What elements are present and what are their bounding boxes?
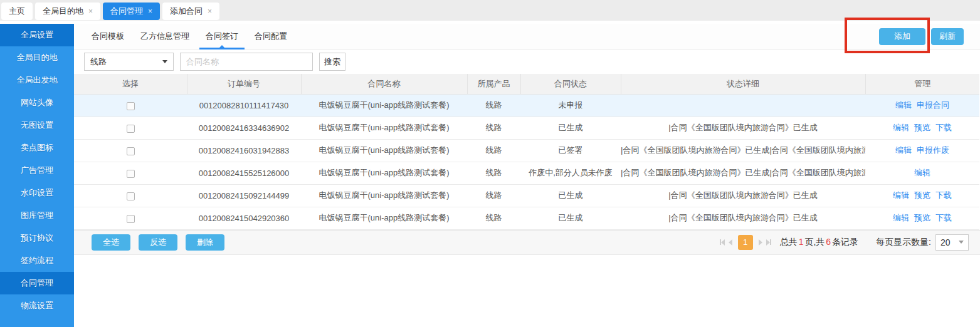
table-row: 00120082810111417430电饭锅豆腐干(uni-app线路测试套餐… xyxy=(74,94,979,117)
contracts-table: 选择订单编号合同名称所属产品合同状态状态详细管理 001200828101114… xyxy=(74,74,979,230)
status-detail: |合同《全国版团队境内旅游合同》已生成|合同《全国版团队境内旅游合同》已生成 xyxy=(621,162,865,184)
subtab-label: 合同模板 xyxy=(92,31,124,42)
column-header: 合同状态 xyxy=(520,74,621,94)
row-checkbox[interactable] xyxy=(127,102,135,110)
close-icon[interactable]: × xyxy=(148,8,152,15)
edit-link[interactable]: 编辑 xyxy=(893,190,909,200)
sidebar: 全局设置全局目的地全局出发地网站头像无图设置卖点图标广告管理水印设置图库管理预订… xyxy=(0,24,74,327)
declare-contract-link[interactable]: 申报合同 xyxy=(917,100,949,110)
subtab[interactable]: 合同签订 xyxy=(198,24,246,49)
row-checkbox[interactable] xyxy=(127,125,135,133)
download-link[interactable]: 下载 xyxy=(935,123,952,132)
search-button[interactable]: 搜索 xyxy=(319,53,345,71)
table-header-row: 选择订单编号合同名称所属产品合同状态状态详细管理 xyxy=(74,74,979,94)
contract-status: 已签署 xyxy=(520,139,621,162)
subtab[interactable]: 乙方信息管理 xyxy=(132,24,198,49)
sidebar-item[interactable]: 预订协议 xyxy=(0,227,74,249)
sidebar-item[interactable]: 广告管理 xyxy=(0,159,74,182)
contract-name: 电饭锅豆腐干(uni-app线路测试套餐) xyxy=(301,94,467,117)
pagination-summary: 总共1页,共6条记录 xyxy=(780,237,858,248)
sidebar-item[interactable]: 物流设置 xyxy=(0,294,74,317)
window-tab[interactable]: 主页 xyxy=(1,3,33,20)
category-select[interactable]: 线路 xyxy=(84,53,174,71)
search-row: 线路 搜索 xyxy=(74,49,980,74)
sidebar-item[interactable]: 网站头像 xyxy=(0,91,74,114)
product-type: 线路 xyxy=(467,162,520,184)
preview-link[interactable]: 预览 xyxy=(914,190,930,200)
window-tab[interactable]: 添加合同× xyxy=(162,3,219,20)
subtab[interactable]: 合同模板 xyxy=(83,24,132,49)
contract-name: 电饭锅豆腐干(uni-app线路测试套餐) xyxy=(301,117,467,139)
select-all-button[interactable]: 全选 xyxy=(92,234,130,251)
pager: 1 xyxy=(720,235,771,250)
row-checkbox[interactable] xyxy=(127,170,135,178)
status-detail: |合同《全国版团队境内旅游合同》已生成 xyxy=(621,207,865,229)
close-icon[interactable]: × xyxy=(88,8,93,15)
main-panel: 合同模板乙方信息管理合同签订合同配置 添加 刷新 线路 搜索 选择订单编号合同名… xyxy=(74,24,980,327)
sidebar-item[interactable]: 全局设置 xyxy=(0,24,74,46)
row-actions: 编辑预览下载 xyxy=(865,207,979,229)
delete-button[interactable]: 删除 xyxy=(186,234,224,251)
product-type: 线路 xyxy=(467,139,520,162)
column-header: 状态详细 xyxy=(621,74,865,94)
row-checkbox[interactable] xyxy=(127,147,135,155)
edit-link[interactable]: 编辑 xyxy=(895,100,912,110)
contract-name: 电饭锅豆腐干(uni-app线路测试套餐) xyxy=(301,207,467,229)
category-select-value: 线路 xyxy=(90,56,162,68)
order-number: 00120082415092144499 xyxy=(187,184,301,207)
edit-link[interactable]: 编辑 xyxy=(895,145,912,155)
active-subtab-indicator xyxy=(199,48,245,49)
order-number: 00120082416334636902 xyxy=(187,117,301,139)
last-page-icon[interactable] xyxy=(766,239,771,246)
sidebar-item[interactable]: 水印设置 xyxy=(0,182,74,204)
order-number: 00120082415042920360 xyxy=(187,207,301,229)
contract-status: 已生成 xyxy=(520,207,621,229)
download-link[interactable]: 下载 xyxy=(935,190,952,200)
per-page-select[interactable]: 20 xyxy=(935,234,969,251)
sidebar-item[interactable]: 图库管理 xyxy=(0,204,74,227)
declare-void-link[interactable]: 申报作废 xyxy=(917,145,949,155)
contract-name: 电饭锅豆腐干(uni-app线路测试套餐) xyxy=(301,139,467,162)
subtab-label: 合同配置 xyxy=(255,31,287,42)
column-header: 订单编号 xyxy=(187,74,301,94)
next-page-icon[interactable] xyxy=(759,239,762,246)
current-page-badge[interactable]: 1 xyxy=(738,235,753,250)
sidebar-item[interactable]: 全局目的地 xyxy=(0,46,74,69)
footer-bar: 全选 反选 删除 1 总共1页,共6条记录 每页显示数量: 20 xyxy=(74,230,980,255)
window-tab[interactable]: 合同管理× xyxy=(103,3,160,20)
edit-link[interactable]: 编辑 xyxy=(914,168,930,177)
row-checkbox[interactable] xyxy=(127,215,135,223)
contract-name: 电饭锅豆腐干(uni-app线路测试套餐) xyxy=(301,184,467,207)
search-input[interactable] xyxy=(180,53,313,71)
sidebar-item[interactable]: 全局出发地 xyxy=(0,69,74,91)
sidebar-item[interactable]: 无图设置 xyxy=(0,114,74,137)
add-button[interactable]: 添加 xyxy=(879,28,925,45)
invert-selection-button[interactable]: 反选 xyxy=(139,234,177,251)
close-icon[interactable]: × xyxy=(208,8,212,15)
subtab-label: 乙方信息管理 xyxy=(140,31,189,42)
column-header: 合同名称 xyxy=(301,74,467,94)
row-actions: 编辑申报合同 xyxy=(865,94,979,117)
status-detail xyxy=(621,94,865,117)
edit-link[interactable]: 编辑 xyxy=(893,213,909,222)
sidebar-item[interactable]: 合同管理 xyxy=(0,272,74,294)
download-link[interactable]: 下载 xyxy=(935,213,952,222)
contract-status: 已生成 xyxy=(520,184,621,207)
edit-link[interactable]: 编辑 xyxy=(893,123,909,132)
refresh-button[interactable]: 刷新 xyxy=(931,28,964,45)
preview-link[interactable]: 预览 xyxy=(914,123,930,132)
chevron-down-icon xyxy=(959,241,964,244)
total-records: 6 xyxy=(825,237,832,247)
tab-label: 全局目的地 xyxy=(43,6,83,17)
prev-page-icon[interactable] xyxy=(729,239,732,246)
subtab-bar: 合同模板乙方信息管理合同签订合同配置 添加 刷新 xyxy=(74,24,980,49)
sidebar-item[interactable]: 卖点图标 xyxy=(0,137,74,159)
sidebar-item[interactable]: 签约流程 xyxy=(0,249,74,272)
subtab[interactable]: 合同配置 xyxy=(246,24,295,49)
row-actions: 编辑申报作废 xyxy=(865,139,979,162)
row-checkbox[interactable] xyxy=(127,192,135,200)
first-page-icon[interactable] xyxy=(720,239,725,246)
window-tab[interactable]: 全局目的地× xyxy=(35,3,100,20)
preview-link[interactable]: 预览 xyxy=(914,213,930,222)
subtab-list: 合同模板乙方信息管理合同签订合同配置 xyxy=(83,24,295,49)
